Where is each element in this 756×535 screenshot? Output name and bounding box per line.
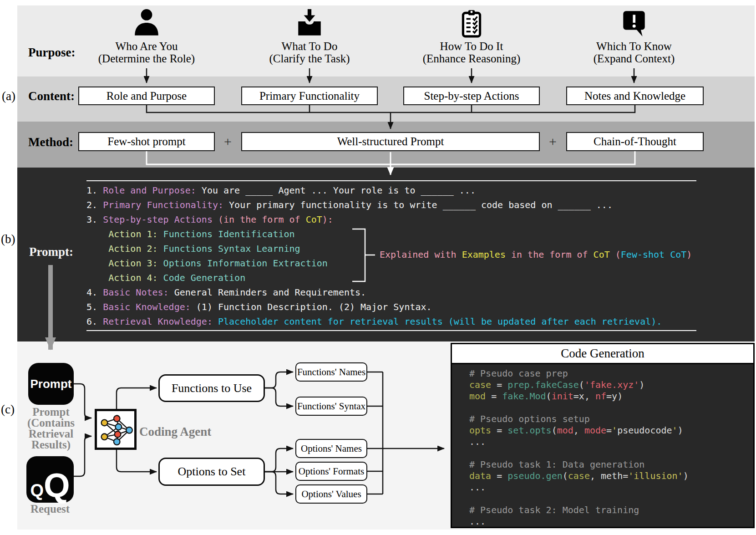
- text-segment: 3.: [86, 214, 103, 225]
- text-segment: 'illusion': [628, 470, 683, 481]
- coding-agent-label: Coding Agent: [139, 425, 211, 439]
- text-segment: Functions Syntax Learning: [158, 243, 300, 254]
- text-segment: General Reminders and Requirements.: [169, 287, 366, 298]
- checklist-icon: [457, 8, 487, 38]
- caption-line: Results): [15, 439, 87, 450]
- prompt-line: 1. Role and Purpose: You are _____ Agent…: [86, 183, 662, 198]
- text-segment: ...: [469, 482, 486, 493]
- plus-sign: +: [549, 134, 557, 149]
- purpose-title: Who Are You: [69, 40, 224, 52]
- prompt-line: 6. Retrieval Knowledge: Placeholder cont…: [86, 314, 662, 329]
- text-segment: Action 4:: [108, 272, 157, 283]
- code-line: # Pseudo task 2: Model training: [469, 504, 689, 516]
- code-line: ...: [469, 482, 689, 493]
- output-functions-names: Functions' Names: [295, 362, 367, 382]
- text-segment: [86, 258, 108, 269]
- text-segment: # Pseudo case prep: [469, 368, 568, 379]
- text-segment: Step-by-step Actions: [103, 214, 213, 225]
- panel-label-b: (b): [1, 232, 15, 246]
- text-segment: Action 1:: [108, 229, 157, 239]
- options-to-set-box: Options to Set: [158, 458, 265, 486]
- text-segment: 2.: [86, 199, 103, 210]
- content-box-function: Primary Functionality: [241, 87, 378, 105]
- text-segment: CoT: [594, 249, 610, 260]
- text-segment: pseudocode: [617, 425, 672, 436]
- caption-line: Prompt: [15, 407, 87, 418]
- method-row-label: Method:: [28, 135, 73, 149]
- inbox-icon: [294, 8, 325, 38]
- text-segment: Action 3:: [108, 258, 157, 269]
- purpose-title: How To Do It: [394, 40, 549, 52]
- text-segment: Primary Functionality:: [103, 199, 223, 210]
- text-segment: =: [491, 425, 507, 436]
- purpose-subtitle: (Enhance Reasoning): [394, 52, 549, 65]
- text-segment: opts: [469, 425, 491, 436]
- text-segment: =: [606, 425, 612, 436]
- text-segment: ):: [322, 214, 333, 225]
- text-segment: Role and Purpose:: [103, 185, 196, 196]
- prompt-line: 4. Basic Notes: General Reminders and Re…: [86, 285, 662, 300]
- content-box-knowledge: Notes and Knowledge: [566, 87, 704, 105]
- content-box-actions: Step-by-step Actions: [403, 87, 540, 105]
- text-segment: (: [546, 391, 552, 402]
- text-segment: 'fake.xyz': [584, 379, 639, 390]
- prompt-line: 3. Step-by-step Actions (in the form of …: [86, 212, 662, 227]
- content-row-label: Content:: [28, 89, 75, 103]
- code-line: mod = fake.Mod(init=x, nf=y): [469, 391, 689, 402]
- text-segment: Placeholder content for retrieval result…: [218, 316, 662, 327]
- code-line: case = prep.fakeCase('fake.xyz'): [469, 379, 689, 391]
- purpose-item-task: What To Do (Clarify the Task): [232, 8, 387, 65]
- prompt-top-rule: [86, 180, 696, 181]
- text-segment: nf: [595, 391, 606, 402]
- text-segment: [86, 229, 108, 239]
- text-segment: [86, 272, 108, 283]
- prompt-line: 5. Basic Knowledge: (1) Function Descrip…: [86, 300, 662, 314]
- output-options-formats: Options' Formats: [295, 462, 367, 481]
- text-segment: (: [552, 425, 557, 436]
- request-q-small: Q: [30, 484, 44, 497]
- text-segment: mod: [469, 391, 486, 402]
- text-segment: ): [683, 470, 689, 481]
- text-segment: (in the form of: [213, 214, 306, 225]
- text-segment: # Pseudo task 1: Data generation: [469, 459, 644, 470]
- text-segment: Functions Identification: [158, 229, 295, 239]
- text-segment: 6.: [86, 316, 103, 327]
- code-panel-body: # Pseudo case prepcase = prep.fakeCase('…: [451, 364, 755, 528]
- text-segment: =: [491, 379, 507, 390]
- code-line: # Pseudo task 1: Data generation: [469, 459, 689, 470]
- text-segment: Options Information Extraction: [158, 258, 328, 269]
- bracket-annotation: Explained with Examples in the form of C…: [380, 249, 692, 260]
- text-segment: (: [563, 470, 568, 481]
- purpose-item-role: Who Are You (Determine the Role): [69, 8, 224, 65]
- text-segment: init: [552, 391, 573, 402]
- plus-sign: +: [224, 134, 232, 149]
- purpose-item-reasoning: How To Do It (Enhance Reasoning): [394, 8, 549, 65]
- text-segment: case: [568, 470, 590, 481]
- code-line: [469, 402, 689, 413]
- purpose-title: What To Do: [232, 40, 387, 52]
- text-segment: ): [686, 249, 692, 260]
- text-segment: ): [639, 379, 644, 390]
- alert-bubble-icon: [619, 8, 649, 38]
- code-line: [469, 493, 689, 504]
- person-icon: [132, 8, 162, 38]
- purpose-row-label: Purpose:: [28, 46, 76, 60]
- text-segment: ,: [573, 425, 584, 436]
- text-segment: ...: [469, 436, 486, 447]
- text-segment: =x,: [573, 391, 595, 402]
- panel-label-c: (c): [1, 403, 15, 417]
- text-segment: ': [612, 425, 617, 436]
- text-segment: meth: [601, 470, 623, 481]
- prompt-row-label: Prompt:: [29, 245, 73, 259]
- prompt-chip-caption: Prompt (Contains Retrieval Results): [15, 407, 87, 450]
- purpose-subtitle: (Expand Context): [557, 52, 711, 65]
- text-segment: You are _____ Agent ... Your role is to …: [196, 185, 476, 196]
- request-chip: QQ: [26, 456, 74, 503]
- text-segment: in the form of: [506, 249, 594, 260]
- prompt-chip: Prompt: [28, 363, 74, 405]
- method-box-wellstructured: Well-structured Prompt: [241, 132, 540, 151]
- output-options-names: Options' Names: [295, 439, 367, 458]
- text-segment: 1.: [86, 185, 103, 196]
- prompt-line: Action 1: Functions Identification: [86, 227, 662, 241]
- panel-label-a: (a): [2, 89, 15, 103]
